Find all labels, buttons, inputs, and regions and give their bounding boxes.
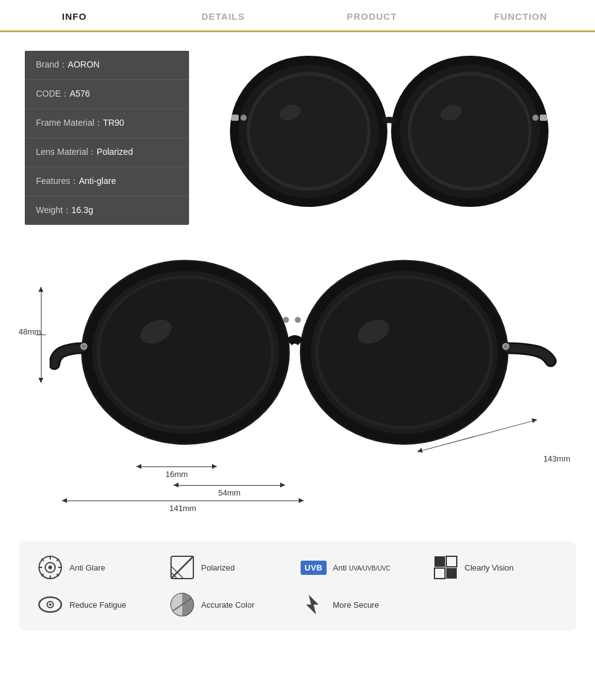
- feature-more-secure: More Secure: [301, 592, 426, 618]
- anti-glare-label: Anti Glare: [69, 563, 105, 572]
- svg-point-49: [49, 603, 51, 606]
- svg-point-15: [100, 279, 271, 426]
- info-section: Brand：AORON CODE：A576 Frame Material：TR9…: [0, 32, 595, 237]
- info-row-frame: Frame Material：TR90: [25, 109, 189, 138]
- more-secure-icon: [301, 592, 327, 618]
- anti-uv-label: Anti UVA/UVB/UVC: [333, 563, 390, 572]
- svg-point-8: [240, 115, 247, 121]
- tab-info[interactable]: INFO: [0, 0, 149, 30]
- svg-point-27: [295, 317, 301, 323]
- navigation-tabs: INFO DETAILS PRODUCT FUNCTION: [0, 0, 595, 32]
- polarized-label: Polarized: [201, 563, 235, 572]
- tab-function[interactable]: FUNCTION: [446, 0, 595, 30]
- tab-details[interactable]: DETAILS: [149, 0, 298, 30]
- info-row-brand: Brand：AORON: [25, 51, 189, 80]
- tab-product[interactable]: PRODUCT: [298, 0, 446, 30]
- svg-marker-52: [306, 595, 319, 615]
- svg-point-23: [82, 344, 86, 348]
- clearly-vision-icon: [433, 554, 459, 580]
- uvb-icon: UVB: [301, 554, 327, 580]
- temple-length-label: 143mm: [544, 454, 570, 463]
- features-section: Anti Glare Polarized UVB Anti UVA/UVB/UV…: [19, 541, 576, 631]
- temple-dimension-line: [415, 435, 539, 436]
- dimensions-section: 48mm 16mm 54mm 141mm 143mm: [12, 243, 583, 504]
- feature-clearly-vision: Clearly Vision: [433, 554, 558, 580]
- svg-point-9: [532, 115, 539, 121]
- svg-rect-46: [446, 568, 457, 579]
- svg-point-6: [411, 76, 529, 187]
- svg-rect-45: [434, 568, 445, 579]
- glasses-top-svg: [222, 51, 557, 212]
- feature-accurate-color: Accurate Color: [169, 592, 295, 618]
- svg-rect-43: [434, 556, 445, 567]
- accurate-color-label: Accurate Color: [201, 600, 255, 610]
- svg-rect-10: [231, 115, 239, 121]
- accurate-color-icon: [169, 592, 195, 618]
- more-secure-label: More Secure: [333, 600, 379, 610]
- info-row-features: Features：Anti-glare: [25, 167, 189, 196]
- info-row-code: CODE：A576: [25, 80, 189, 109]
- product-info-card: Brand：AORON CODE：A576 Frame Material：TR9…: [25, 51, 189, 225]
- feature-anti-uv: UVB Anti UVA/UVB/UVC: [301, 554, 426, 580]
- feature-anti-glare: Anti Glare: [37, 554, 163, 580]
- svg-point-2: [250, 76, 368, 187]
- height-label: 48mm: [19, 327, 41, 336]
- svg-point-20: [319, 279, 490, 426]
- glasses-main-svg: [50, 243, 558, 479]
- top-view-glasses-image: [208, 51, 570, 212]
- svg-point-26: [283, 317, 289, 323]
- svg-point-25: [504, 344, 508, 348]
- lens-width-dimension: 54mm: [174, 485, 285, 497]
- svg-point-30: [48, 566, 52, 569]
- feature-polarized: Polarized: [169, 554, 295, 580]
- svg-rect-44: [446, 556, 457, 567]
- svg-rect-11: [540, 115, 547, 121]
- reduce-fatigue-icon: [37, 592, 63, 618]
- clearly-vision-label: Clearly Vision: [465, 563, 514, 572]
- info-row-lens: Lens Material：Polarized: [25, 138, 189, 167]
- reduce-fatigue-label: Reduce Fatigue: [69, 600, 126, 610]
- polarized-icon: [169, 554, 195, 580]
- bridge-dimension: 16mm: [136, 466, 217, 479]
- feature-reduce-fatigue: Reduce Fatigue: [37, 592, 163, 618]
- total-width-dimension: 141mm: [62, 501, 304, 513]
- info-row-weight: Weight：16.3g: [25, 196, 189, 225]
- anti-glare-icon: [37, 554, 63, 580]
